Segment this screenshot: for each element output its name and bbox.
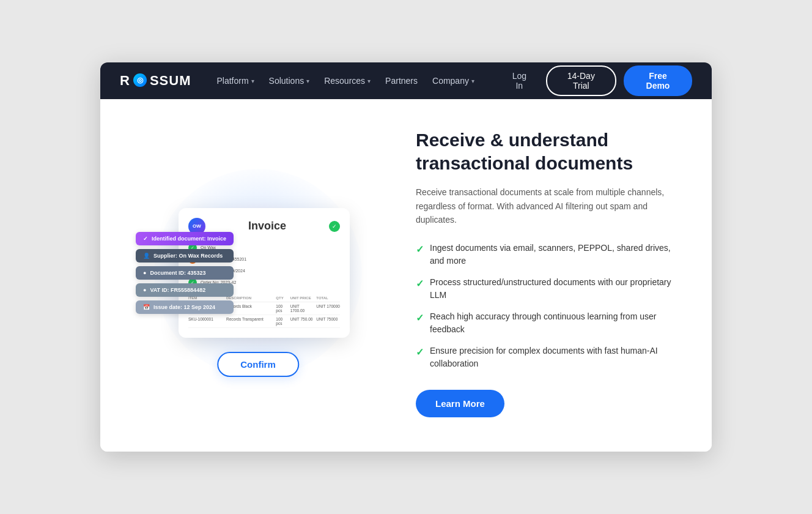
tag-document-type: ✓ Identified document: Invoice	[136, 232, 234, 245]
section-heading: Receive & understand transactional docum…	[416, 128, 682, 174]
heading-line1: Receive & understand	[416, 130, 608, 150]
section-description: Receive transactional documents at scale…	[416, 185, 682, 226]
resources-chevron: ▾	[367, 78, 371, 84]
feature-list: ✓ Ingest documents via email, scanners, …	[416, 242, 682, 370]
tag-dot-icon: ●	[143, 270, 146, 276]
solutions-label: Solutions	[269, 76, 304, 86]
tag-check-icon: ✓	[143, 236, 148, 242]
main-content: ✓ Identified document: Invoice 👤 Supplie…	[100, 99, 712, 451]
nav-item-platform[interactable]: Platform ▾	[210, 71, 260, 91]
tag-issue-date: 📅 Issue date: 12 Sep 2024	[136, 300, 234, 314]
platform-chevron: ▾	[251, 78, 254, 84]
demo-button[interactable]: Free Demo	[624, 65, 692, 96]
tag-dot-icon-2: ●	[143, 287, 146, 293]
company-chevron: ▾	[471, 78, 474, 84]
logo[interactable]: R ◎ SSUM	[120, 73, 191, 89]
tag-document-id: ● Document ID: 435323	[136, 266, 234, 280]
nav-item-solutions[interactable]: Solutions ▾	[263, 71, 316, 91]
nav-item-company[interactable]: Company ▾	[426, 71, 481, 91]
tags-area: ✓ Identified document: Invoice 👤 Supplie…	[136, 232, 234, 314]
trial-button[interactable]: 14-Day Trial	[546, 65, 616, 96]
nav-item-resources[interactable]: Resources ▾	[318, 71, 377, 91]
confirm-button[interactable]: Confirm	[217, 352, 299, 377]
company-label: Company	[432, 76, 469, 86]
tag-vat-id: ● VAT ID: FR555884482	[136, 283, 234, 297]
tag-supplier: 👤 Supplier: On Wax Records	[136, 249, 234, 263]
check-icon-2: ✓	[416, 277, 424, 291]
learn-more-button[interactable]: Learn More	[416, 390, 504, 417]
confirm-button-area: Confirm	[217, 352, 299, 377]
check-icon-3: ✓	[416, 311, 424, 326]
feature-item-4: ✓ Ensure precision for complex documents…	[416, 345, 682, 370]
solutions-chevron: ▾	[306, 78, 309, 84]
navbar: R ◎ SSUM Platform ▾ Solutions ▾ Resource…	[100, 62, 712, 99]
resources-label: Resources	[324, 76, 365, 86]
logo-text-2: SSUM	[150, 73, 191, 89]
feature-item-2: ✓ Process structured/unstructured docume…	[416, 276, 682, 302]
nav-item-partners[interactable]: Partners	[379, 71, 424, 91]
nav-right: Log In 14-Day Trial Free Demo	[500, 65, 692, 96]
logo-text: R	[120, 73, 130, 89]
tag-calendar-icon: 📅	[143, 304, 150, 310]
logo-circle: ◎	[133, 73, 147, 87]
platform-label: Platform	[216, 76, 248, 86]
login-button[interactable]: Log In	[500, 66, 539, 95]
browser-window: R ◎ SSUM Platform ▾ Solutions ▾ Resource…	[100, 62, 712, 451]
partners-label: Partners	[385, 76, 418, 86]
tag-user-icon: 👤	[143, 253, 150, 259]
feature-item-1: ✓ Ingest documents via email, scanners, …	[416, 242, 682, 267]
check-icon-1: ✓	[416, 242, 424, 257]
text-content: Receive & understand transactional docum…	[416, 128, 682, 417]
invoice-check-icon: ✓	[329, 221, 340, 232]
nav-links: Platform ▾ Solutions ▾ Resources ▾ Partn…	[210, 71, 480, 91]
invoice-title: Invoice	[212, 220, 323, 233]
check-icon-4: ✓	[416, 345, 424, 360]
illustration-area: ✓ Identified document: Invoice 👤 Supplie…	[130, 157, 386, 389]
heading-line2: transactional documents	[416, 153, 633, 173]
feature-item-3: ✓ Reach high accuracy through continuous…	[416, 310, 682, 336]
table-row: SKU-1000001 Records Transparent 100 pcs …	[188, 315, 340, 328]
